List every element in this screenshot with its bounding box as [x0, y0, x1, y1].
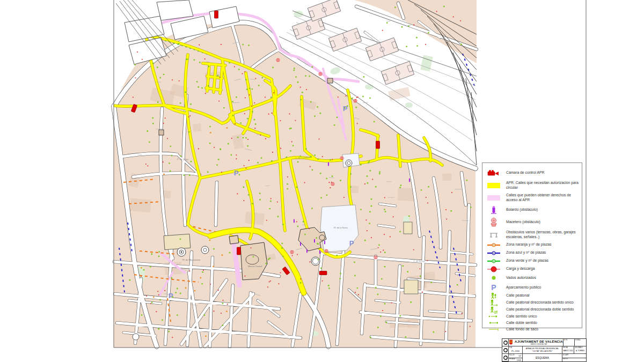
- bollard-marker: [324, 241, 325, 245]
- map-legend: Cámara de control APR APR. Calles que ne…: [482, 162, 582, 328]
- dept-number-label: Nº DEPT.: [563, 354, 569, 356]
- legend-row: Calle doble sentido: [486, 320, 580, 326]
- driveway-icon: [486, 274, 502, 282]
- street-label: C. de la Pau: [413, 260, 425, 263]
- drawing-name: ESQUEMA: [536, 356, 549, 359]
- oneway-icon: [486, 313, 502, 320]
- scale-label: ESCALA: [509, 358, 515, 360]
- apr-camera-icon: [486, 169, 502, 178]
- title-block: AJUNTAMENT DE VALÈNCIA SERVICI DE MOBILI…: [502, 338, 587, 362]
- bollard-marker: [294, 219, 295, 223]
- legend-label: Zona naranja y nº de plazas: [502, 242, 580, 247]
- pedestrian-street-icon: [486, 292, 502, 300]
- street-label: Pl. de l'Ajuntament: [182, 258, 201, 261]
- apr-camera-marker: [376, 141, 380, 149]
- blue-zone-icon: [486, 249, 502, 257]
- legend-label: Macetero (obstáculo): [502, 220, 580, 224]
- planter-icon: [486, 217, 502, 228]
- legend-label: Obstáculos varios (terrazas, obras, gara…: [502, 230, 580, 239]
- green-zone-icon: [486, 257, 502, 265]
- plan-code: PL-2056: [509, 350, 522, 352]
- legend-label: Zona verde y nº de plazas: [502, 258, 580, 263]
- exp-number-label: EXP. Nº: [563, 358, 568, 360]
- bollard-marker: [314, 239, 315, 243]
- sheet-value: 1/2: [518, 355, 521, 357]
- project-title-line2: "CIUTAT VELLA NORD": [526, 350, 559, 352]
- orange-zone-icon: [486, 241, 502, 249]
- legend-row: Obstáculos varios (terrazas, obras, gara…: [486, 228, 580, 241]
- title-block-stamps: [502, 339, 509, 361]
- stamp-icon: [502, 346, 508, 354]
- sheet-label: FULL Nº: [509, 354, 515, 356]
- bollard-icon: [486, 205, 502, 215]
- access-street-swatch: [486, 194, 502, 202]
- legend-label: Cámara de control APR: [502, 171, 580, 175]
- legend-row: Calle peatonal direccionada sentido únic…: [486, 299, 580, 306]
- twoway-icon: [486, 320, 502, 326]
- legend-label: Calle doble sentido: [502, 321, 580, 325]
- street-label: Pl. de la Reina: [334, 226, 348, 229]
- street-label: C. de Cavallers: [295, 156, 310, 159]
- organization-name: AJUNTAMENT DE VALÈNCIA: [515, 339, 563, 343]
- stamp-icon: [502, 339, 508, 346]
- scale-value: 1/500: [517, 359, 522, 361]
- public-parking-marker: P: [169, 292, 173, 300]
- project-title-line1: ÁREA DE PRIORIDAD RESIDENCIAL: [526, 348, 559, 350]
- legend-label: Calles que pueden obtener derechos de ac…: [502, 193, 580, 202]
- legend-label: Carga y descarga: [502, 267, 580, 271]
- apr-camera-marker: [215, 11, 218, 18]
- apr-camera-marker: [237, 247, 241, 255]
- bollard-marker: [328, 162, 329, 166]
- street-label: Mercat Central: [248, 265, 262, 268]
- pedestrian-twoway-icon: [486, 306, 502, 314]
- legend-row: Cámara de control APR: [486, 167, 580, 179]
- date-label: FECHA: [563, 347, 568, 349]
- legend-label: Vados autorizados: [502, 276, 580, 280]
- date-value: MARZO 2020: [562, 350, 574, 352]
- legend-row: APR. Calles que necesitan autorización p…: [486, 179, 580, 191]
- legend-label: Bolardo (obstáculo): [502, 208, 580, 212]
- deadend-icon: [486, 326, 502, 333]
- field-label: Nº REG.: [575, 339, 581, 341]
- legend-row: Carga y descarga: [486, 265, 580, 273]
- legend-row: Calle sentido único: [486, 313, 580, 320]
- bollard-marker: [300, 242, 301, 246]
- legend-row: Bolardo (obstáculo): [486, 204, 580, 216]
- legend-label: APR. Calles que necesitan autorización p…: [502, 181, 580, 189]
- legend-label: Calle fondo de saco: [502, 327, 580, 331]
- bollard-marker: [409, 179, 410, 182]
- legend-row: Macetero (obstáculo): [486, 216, 580, 228]
- plan-label: PLA: [509, 347, 512, 349]
- legend-label: Zona azul y nº de plazas: [502, 250, 580, 255]
- street-label: C. de Quart: [177, 158, 189, 161]
- public-parking-marker: P: [349, 239, 354, 247]
- legend-label: Calle peatonal direccionada sentido únic…: [502, 300, 580, 305]
- legend-row: Calle peatonal: [486, 292, 580, 299]
- stamp-icon: [502, 354, 508, 361]
- legend-row: Zona azul y nº de plazas: [486, 249, 580, 257]
- legend-row: Zona verde y nº de plazas: [486, 257, 580, 265]
- legend-label: Calle peatonal: [502, 293, 580, 298]
- plan-sheet: Pl. de la ReinaPl. de l'AjuntamentMercat…: [0, 0, 644, 362]
- drawn-label: DELINEADO: [575, 347, 583, 349]
- public-parking-icon: P: [486, 283, 502, 292]
- obstacles-icon: [486, 231, 502, 239]
- bollard-marker: [319, 250, 320, 254]
- legend-row: P Aparcamiento público: [486, 283, 580, 292]
- legend-label: Calle sentido único: [502, 314, 580, 319]
- svg-text:P: P: [491, 283, 496, 292]
- legend-row: Vados autorizados: [486, 273, 580, 283]
- legend-row: Calle peatonal direccionada doble sentid…: [486, 306, 580, 313]
- legend-row: Calles que pueden obtener derechos de ac…: [486, 191, 580, 204]
- legend-label: Aparcamiento público: [502, 285, 580, 290]
- legend-label: Calle peatonal direccionada doble sentid…: [502, 307, 580, 312]
- drawn-value: A. TORRES: [574, 350, 586, 352]
- public-parking-marker: P: [343, 105, 348, 113]
- loading-icon: [486, 265, 502, 274]
- department-name: SERVICI DE MOBILITAT: [515, 343, 563, 345]
- bollard-marker: [306, 249, 308, 253]
- public-parking-marker: P: [234, 169, 239, 177]
- apr-camera-marker: [319, 271, 327, 275]
- legend-row: Zona naranja y nº de plazas: [486, 241, 580, 249]
- pedestrian-oneway-icon: [486, 299, 502, 307]
